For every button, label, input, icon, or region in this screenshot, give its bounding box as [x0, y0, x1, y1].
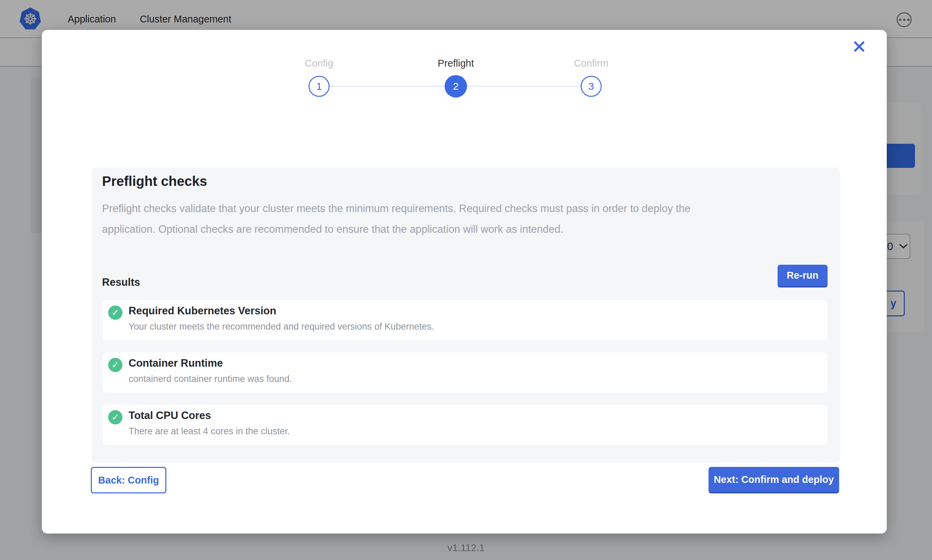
step-label-config: Config: [305, 58, 333, 69]
next-confirm-deploy-button[interactable]: Next: Confirm and deploy: [708, 467, 839, 494]
check-description: Your cluster meets the recommended and r…: [128, 322, 434, 332]
check-row-container-runtime: ✓ Container Runtime containerd container…: [103, 352, 827, 392]
check-row-total-cpu-cores: ✓ Total CPU Cores There are at least 4 c…: [103, 405, 827, 445]
check-title: Required Kubernetes Version: [128, 305, 276, 317]
step-connector: [330, 86, 444, 87]
panel-description: Preflight checks validate that your clus…: [102, 198, 832, 240]
check-circle-icon: ✓: [108, 410, 122, 425]
check-title: Container Runtime: [128, 357, 223, 369]
step-label-confirm: Confirm: [574, 58, 608, 69]
close-icon[interactable]: [852, 39, 867, 55]
step-circle-2[interactable]: 2: [444, 75, 467, 97]
panel-description-line-1: Preflight checks validate that your clus…: [102, 198, 832, 219]
check-description: containerd container runtime was found.: [128, 374, 292, 384]
step-connector: [467, 86, 581, 87]
step-circle-1[interactable]: 1: [309, 76, 330, 97]
panel-title: Preflight checks: [102, 174, 207, 189]
back-config-button[interactable]: Back: Config: [91, 467, 166, 494]
step-circle-3[interactable]: 3: [581, 76, 602, 97]
check-row-kubernetes-version: ✓ Required Kubernetes Version Your clust…: [103, 300, 827, 340]
results-heading: Results: [102, 276, 140, 289]
check-title: Total CPU Cores: [128, 409, 211, 422]
rerun-button[interactable]: Re-run: [778, 265, 827, 288]
preflight-modal: Config Preflight Confirm 1 2 3 Preflight…: [42, 30, 887, 534]
panel-description-line-2: application. Optional checks are recomme…: [102, 219, 832, 240]
step-label-preflight: Preflight: [438, 58, 474, 69]
check-description: There are at least 4 cores in the cluste…: [128, 426, 290, 437]
check-circle-icon: ✓: [108, 358, 122, 372]
check-circle-icon: ✓: [108, 306, 122, 320]
preflight-panel: Preflight checks Preflight checks valida…: [92, 168, 840, 463]
